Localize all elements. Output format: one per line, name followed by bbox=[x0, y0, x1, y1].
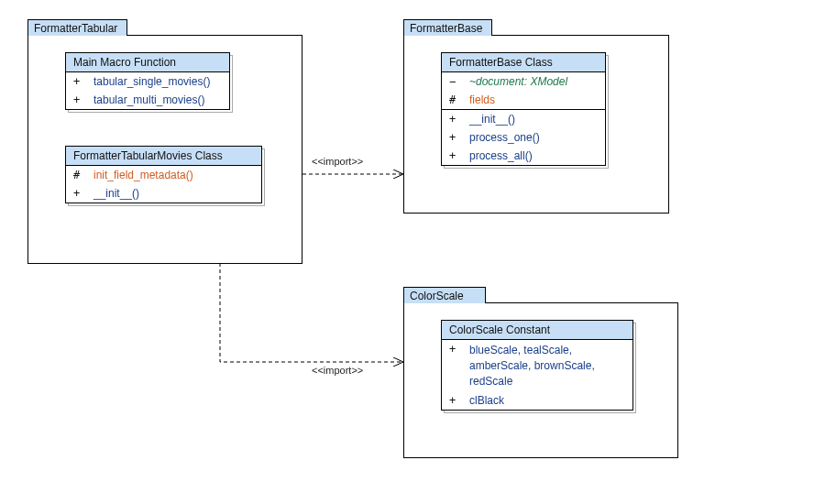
visibility-icon: # bbox=[73, 169, 84, 181]
member-row: + process_one() bbox=[442, 128, 605, 147]
member-name: init_field_metadata() bbox=[94, 169, 193, 181]
relationship-label: <<import>> bbox=[312, 156, 363, 167]
member-row: + blueScale, tealScale, amberScale, brow… bbox=[442, 340, 632, 391]
member-name: ~document: XModel bbox=[469, 75, 567, 88]
package-color-scale: ColorScale ColorScale Constant + blueSca… bbox=[403, 302, 678, 458]
package-tab: ColorScale bbox=[403, 287, 486, 303]
package-title: FormatterBase bbox=[410, 22, 482, 35]
package-title: FormatterTabular bbox=[34, 22, 117, 35]
package-title: ColorScale bbox=[410, 290, 464, 302]
visibility-icon: + bbox=[449, 394, 460, 407]
relationship-label: <<import>> bbox=[312, 365, 363, 376]
visibility-icon: − bbox=[449, 75, 460, 88]
package-formatter-tabular: FormatterTabular Main Macro Function + t… bbox=[28, 35, 302, 264]
member-name: __init__() bbox=[469, 113, 515, 126]
visibility-icon: + bbox=[73, 93, 84, 106]
member-name: fields bbox=[469, 93, 495, 106]
member-row: − ~document: XModel bbox=[442, 72, 605, 91]
member-name: tabular_single_movies() bbox=[94, 75, 210, 88]
member-row: + __init__() bbox=[442, 110, 605, 128]
member-name: __init__() bbox=[94, 187, 139, 200]
member-name: tabular_multi_movies() bbox=[94, 93, 204, 106]
class-color-scale-constant: ColorScale Constant + blueScale, tealSca… bbox=[441, 320, 633, 411]
visibility-icon: # bbox=[449, 93, 460, 106]
class-title: FormatterTabularMovies Class bbox=[66, 147, 261, 166]
visibility-icon: + bbox=[449, 131, 460, 144]
visibility-icon: + bbox=[449, 343, 460, 356]
member-name: process_one() bbox=[469, 131, 540, 144]
package-tab: FormatterBase bbox=[403, 19, 492, 36]
member-row: # init_field_metadata() bbox=[66, 166, 261, 184]
visibility-icon: + bbox=[449, 149, 460, 162]
visibility-icon: + bbox=[73, 75, 84, 88]
member-row: + tabular_multi_movies() bbox=[66, 91, 229, 109]
class-formatter-tabular-movies: FormatterTabularMovies Class # init_fiel… bbox=[65, 146, 262, 203]
member-row: + process_all() bbox=[442, 147, 605, 165]
member-row: + clBlack bbox=[442, 391, 632, 410]
class-title: FormatterBase Class bbox=[442, 53, 605, 72]
member-row: # fields bbox=[442, 91, 605, 109]
package-tab: FormatterTabular bbox=[28, 19, 127, 36]
class-title: ColorScale Constant bbox=[442, 321, 632, 340]
class-title: Main Macro Function bbox=[66, 53, 229, 72]
visibility-icon: + bbox=[73, 187, 84, 200]
class-formatter-base: FormatterBase Class − ~document: XModel … bbox=[441, 52, 606, 166]
member-name: clBlack bbox=[469, 394, 504, 407]
member-name: process_all() bbox=[469, 149, 533, 162]
member-row: + __init__() bbox=[66, 184, 261, 203]
class-main-macro-function: Main Macro Function + tabular_single_mov… bbox=[65, 52, 230, 110]
visibility-icon: + bbox=[449, 113, 460, 126]
package-formatter-base: FormatterBase FormatterBase Class − ~doc… bbox=[403, 35, 669, 214]
member-name: blueScale, tealScale, amberScale, brownS… bbox=[469, 343, 627, 389]
member-row: + tabular_single_movies() bbox=[66, 72, 229, 91]
